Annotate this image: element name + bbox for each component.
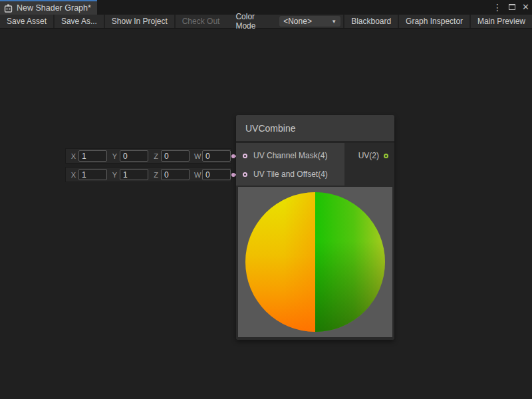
node-preview [238, 187, 392, 337]
vector-x-label: X [70, 152, 76, 160]
color-mode-value: <None> [283, 17, 331, 26]
vector-field-w: W [190, 150, 231, 162]
close-icon[interactable]: ✕ [522, 0, 529, 15]
vector-field-y: Y [107, 169, 148, 180]
vector4-widget-uv-channel-mask: X Y Z W [65, 148, 231, 164]
color-mode-dropdown[interactable]: <None> ▼ [279, 16, 340, 27]
blackboard-button[interactable]: Blackboard [344, 15, 398, 28]
vector-w-input[interactable] [202, 169, 231, 180]
vector-w-label: W [194, 152, 200, 160]
vector-field-y: Y [107, 150, 148, 162]
output-port-row: UV(2) [344, 146, 394, 165]
vector-z-input[interactable] [161, 150, 190, 162]
vector-w-label: W [194, 171, 200, 179]
input-port-label: UV Channel Mask(4) [253, 151, 327, 160]
vector4-widget-uv-tile-offset: X Y Z W [65, 167, 231, 182]
save-as-button[interactable]: Save As... [55, 15, 104, 28]
sphere-left-uv-half [245, 192, 315, 332]
toolbar: Save Asset Save As... Show In Project Ch… [0, 15, 532, 29]
preview-sphere [245, 192, 385, 332]
vector-x-input[interactable] [78, 150, 107, 162]
show-in-project-button[interactable]: Show In Project [105, 15, 174, 28]
graph-inspector-button[interactable]: Graph Inspector [399, 15, 469, 28]
window-controls: ⋮ ✕ [493, 0, 529, 15]
vector-y-input[interactable] [120, 169, 148, 180]
node-preview-section [236, 186, 394, 340]
chevron-down-icon: ▼ [331, 19, 336, 25]
vector-z-label: Z [153, 152, 159, 160]
vector-y-input[interactable] [120, 150, 148, 162]
output-ports-panel: UV(2) [344, 143, 394, 186]
input-ports-panel: UV Channel Mask(4) UV Tile and Offset(4) [236, 143, 344, 186]
output-port-label: UV(2) [358, 151, 379, 160]
node-title: UVCombine [245, 123, 295, 134]
vector-w-input[interactable] [202, 150, 231, 162]
vector-field-z: Z [148, 150, 190, 162]
node-ports: UV Channel Mask(4) UV Tile and Offset(4)… [236, 143, 394, 186]
input-port-row: UV Channel Mask(4) [236, 146, 344, 165]
input-port-row: UV Tile and Offset(4) [236, 165, 344, 184]
vector-field-z: Z [148, 169, 190, 180]
vector-x-label: X [70, 171, 76, 179]
vector-y-label: Y [112, 152, 118, 160]
input-port-icon[interactable] [243, 172, 247, 177]
input-port-icon[interactable] [243, 154, 247, 158]
sphere-right-uv-half [315, 192, 385, 332]
color-mode-label: Color Mode [226, 15, 279, 28]
shader-graph-window: New Shader Graph* ⋮ ✕ Save Asset Save As… [0, 0, 532, 399]
tab-new-shader-graph[interactable]: New Shader Graph* [0, 0, 97, 15]
vector-y-label: Y [112, 171, 118, 179]
input-port-label: UV Tile and Offset(4) [253, 170, 328, 179]
vector-x-input[interactable] [78, 169, 107, 180]
port-connector-dot[interactable] [231, 154, 235, 158]
vector-field-x: X [66, 150, 107, 162]
vector-field-x: X [66, 169, 107, 180]
main-preview-button[interactable]: Main Preview [471, 15, 532, 28]
check-out-button: Check Out [176, 15, 227, 28]
kebab-menu-icon[interactable]: ⋮ [493, 0, 502, 15]
save-asset-button[interactable]: Save Asset [0, 15, 53, 28]
vector-z-label: Z [153, 171, 159, 179]
vector-field-w: W [190, 169, 231, 180]
tab-title: New Shader Graph* [17, 3, 91, 13]
maximize-icon[interactable] [509, 0, 515, 15]
node-uvcombine[interactable]: UVCombine UV Channel Mask(4) UV Tile and… [236, 115, 394, 340]
graph-canvas[interactable]: X Y Z W X [0, 29, 532, 399]
widget-port-stub [231, 149, 235, 163]
shader-graph-icon [4, 4, 13, 13]
port-connector-dot[interactable] [231, 173, 235, 177]
output-port-icon[interactable] [384, 154, 388, 158]
vector-z-input[interactable] [161, 169, 190, 180]
widget-port-stub [231, 168, 235, 182]
node-title-bar[interactable]: UVCombine [236, 115, 394, 141]
